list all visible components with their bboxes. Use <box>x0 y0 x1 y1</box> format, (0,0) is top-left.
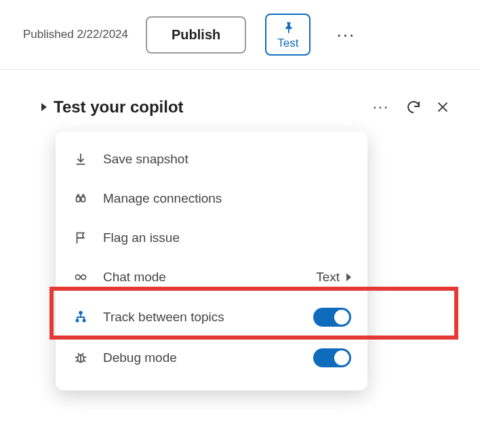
close-button[interactable] <box>435 100 450 115</box>
menu-track-between-topics[interactable]: Track between topics <box>56 297 367 338</box>
test-button-label: Test <box>277 37 298 50</box>
chat-mode-value: Text <box>316 270 340 285</box>
publish-button[interactable]: Publish <box>146 16 246 54</box>
collapse-icon[interactable] <box>41 103 47 111</box>
panel-header: Test your copilot ··· <box>43 98 450 117</box>
bug-icon <box>72 349 89 367</box>
toolbar-more-button[interactable]: ··· <box>331 20 361 49</box>
panel-more-button[interactable]: ··· <box>370 98 392 116</box>
svg-point-8 <box>76 275 81 280</box>
menu-item-label: Save snapshot <box>103 152 351 167</box>
svg-rect-2 <box>77 197 81 201</box>
panel-menu: Save snapshot Manage connections Flag an… <box>56 131 367 390</box>
menu-item-label: Manage connections <box>103 191 351 206</box>
menu-save-snapshot[interactable]: Save snapshot <box>56 140 367 179</box>
chevron-right-icon <box>346 273 351 281</box>
flag-icon <box>72 229 89 247</box>
svg-rect-11 <box>76 319 79 323</box>
chat-mode-value-nav: Text <box>316 270 351 285</box>
menu-item-label: Track between topics <box>103 310 300 325</box>
svg-rect-3 <box>81 197 85 201</box>
menu-item-label: Flag an issue <box>103 230 351 245</box>
menu-manage-connections[interactable]: Manage connections <box>56 179 367 218</box>
test-panel: Test your copilot ··· Save snapshot Mana… <box>43 98 450 390</box>
menu-debug-mode[interactable]: Debug mode <box>56 338 367 378</box>
track-topics-toggle[interactable] <box>313 308 351 327</box>
glasses-icon <box>72 268 89 286</box>
svg-point-10 <box>79 311 83 315</box>
menu-item-label: Debug mode <box>103 350 300 365</box>
svg-rect-12 <box>83 319 86 323</box>
sitemap-icon <box>72 308 89 326</box>
svg-point-9 <box>81 275 86 280</box>
panel-title: Test your copilot <box>54 98 363 117</box>
debug-mode-toggle[interactable] <box>313 348 351 367</box>
download-icon <box>72 150 89 168</box>
menu-item-label: Chat mode <box>103 270 302 285</box>
panel-header-actions: ··· <box>370 98 450 116</box>
menu-chat-mode[interactable]: Chat mode Text <box>56 258 367 297</box>
plug-icon <box>72 190 89 207</box>
test-tab-button[interactable]: Test <box>265 14 311 56</box>
top-toolbar: Published 2/22/2024 Publish Test ··· <box>0 0 480 70</box>
pin-icon <box>281 20 296 35</box>
published-label: Published 2/22/2024 <box>23 28 128 41</box>
refresh-button[interactable] <box>405 99 422 115</box>
menu-flag-issue[interactable]: Flag an issue <box>56 218 367 258</box>
